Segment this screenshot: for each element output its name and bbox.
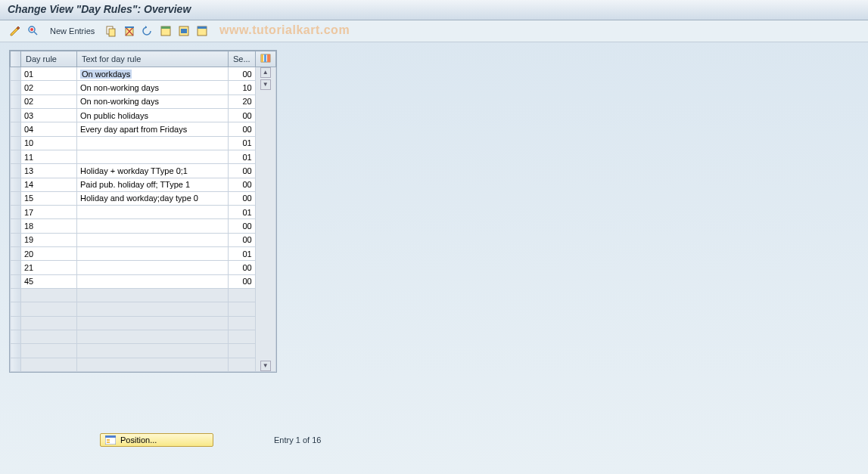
cell-text[interactable] [77, 247, 229, 261]
row-selector[interactable] [11, 136, 21, 150]
row-selector[interactable] [11, 122, 21, 136]
cell-seq[interactable]: 10 [229, 81, 256, 94]
row-selector[interactable] [11, 67, 21, 81]
cell-seq[interactable]: 00 [229, 233, 256, 246]
cell-dayrule[interactable]: 02 [21, 94, 77, 108]
cell-seq[interactable]: 00 [229, 274, 256, 288]
cell-text[interactable] [77, 261, 229, 274]
other-view-icon[interactable] [26, 23, 41, 39]
cell-seq[interactable]: 00 [229, 67, 256, 81]
cell-text[interactable]: On non-working days [77, 81, 229, 94]
delete-icon[interactable] [122, 23, 137, 39]
cell-empty [21, 316, 77, 330]
copy-icon[interactable] [104, 23, 119, 39]
cell-dayrule[interactable]: 20 [21, 247, 77, 261]
table-row: 2100 [11, 261, 276, 274]
row-selector[interactable] [11, 289, 21, 302]
scroll-up-icon[interactable]: ▲ [260, 67, 271, 78]
cell-seq[interactable]: 00 [229, 122, 256, 136]
row-selector[interactable] [11, 178, 21, 191]
row-selector[interactable] [11, 302, 21, 316]
row-selector[interactable] [11, 274, 21, 288]
row-selector[interactable] [11, 81, 21, 94]
cell-seq[interactable]: 01 [229, 247, 256, 261]
cell-dayrule[interactable]: 15 [21, 191, 77, 205]
cell-text[interactable] [77, 274, 229, 288]
cell-dayrule[interactable]: 14 [21, 178, 77, 191]
toolbar: New Entries www.tutorialkart.com [0, 20, 868, 42]
cell-seq[interactable]: 20 [229, 94, 256, 108]
row-selector[interactable] [11, 330, 21, 343]
select-all-icon[interactable] [158, 23, 173, 39]
cell-dayrule[interactable]: 10 [21, 136, 77, 150]
row-selector[interactable] [11, 247, 21, 261]
position-button[interactable]: Position... [100, 433, 213, 447]
cell-seq[interactable]: 01 [229, 150, 256, 163]
row-selector[interactable] [11, 191, 21, 205]
row-selector[interactable] [11, 344, 21, 358]
content-area: Day rule Text for day rule Se... 01On wo… [0, 42, 868, 382]
table-config-icon[interactable] [255, 51, 275, 67]
row-selector[interactable] [11, 206, 21, 219]
cell-text[interactable]: On non-working days [77, 94, 229, 108]
cell-seq[interactable]: 00 [229, 219, 256, 233]
cell-text[interactable]: Holiday + workday TType 0;1 [77, 164, 229, 178]
cell-text[interactable]: On workdays [77, 67, 229, 81]
row-selector[interactable] [11, 150, 21, 163]
row-selector[interactable] [11, 219, 21, 233]
cell-seq[interactable]: 01 [229, 136, 256, 150]
row-selector[interactable] [11, 358, 21, 371]
cell-dayrule[interactable]: 04 [21, 122, 77, 136]
cell-text[interactable] [77, 150, 229, 163]
scroll-down-bottom-icon[interactable]: ▼ [260, 361, 271, 371]
cell-empty [77, 316, 229, 330]
select-block-icon[interactable] [176, 23, 191, 39]
scroll-down-icon[interactable]: ▼ [260, 79, 271, 90]
cell-dayrule[interactable]: 21 [21, 261, 77, 274]
cell-text[interactable] [77, 206, 229, 219]
cell-dayrule[interactable]: 18 [21, 219, 77, 233]
cell-text[interactable]: Paid pub. holiday off; TType 1 [77, 178, 229, 191]
row-selector[interactable] [11, 164, 21, 178]
cell-seq[interactable]: 00 [229, 191, 256, 205]
toggle-change-icon[interactable] [8, 23, 23, 39]
col-header-dayrule[interactable]: Day rule [21, 51, 77, 67]
undo-icon[interactable] [140, 23, 155, 39]
cell-dayrule[interactable]: 03 [21, 108, 77, 122]
cell-empty [229, 330, 256, 343]
cell-dayrule[interactable]: 01 [21, 67, 77, 81]
cell-text[interactable]: On public holidays [77, 108, 229, 122]
entry-counter: Entry 1 of 16 [274, 435, 321, 445]
row-selector[interactable] [11, 316, 21, 330]
cell-seq[interactable]: 00 [229, 178, 256, 191]
cell-dayrule[interactable]: 11 [21, 150, 77, 163]
cell-dayrule[interactable]: 13 [21, 164, 77, 178]
cell-dayrule[interactable]: 02 [21, 81, 77, 94]
row-selector[interactable] [11, 261, 21, 274]
vertical-scrollbar[interactable]: ▲▼▼ [255, 67, 275, 372]
cell-text[interactable] [77, 219, 229, 233]
cell-dayrule[interactable]: 17 [21, 206, 77, 219]
page-title: Change View "Day Rules": Overview [0, 0, 868, 20]
deselect-all-icon[interactable] [194, 23, 210, 39]
cell-text[interactable]: Holiday and workday;day type 0 [77, 191, 229, 205]
row-selector[interactable] [11, 94, 21, 108]
table-row: 4500 [11, 274, 276, 288]
cell-dayrule[interactable]: 45 [21, 274, 77, 288]
col-header-text[interactable]: Text for day rule [77, 51, 229, 67]
cell-seq[interactable]: 01 [229, 206, 256, 219]
row-selector[interactable] [11, 108, 21, 122]
cell-text[interactable] [77, 233, 229, 246]
cell-empty [21, 302, 77, 316]
new-entries-button[interactable]: New Entries [44, 25, 101, 37]
table-row: 14Paid pub. holiday off; TType 100 [11, 178, 276, 191]
cell-text[interactable] [77, 136, 229, 150]
cell-seq[interactable]: 00 [229, 261, 256, 274]
select-all-rows[interactable] [11, 51, 21, 67]
col-header-seq[interactable]: Se... [229, 51, 256, 67]
cell-dayrule[interactable]: 19 [21, 233, 77, 246]
cell-seq[interactable]: 00 [229, 164, 256, 178]
cell-seq[interactable]: 00 [229, 108, 256, 122]
cell-text[interactable]: Every day apart from Fridays [77, 122, 229, 136]
row-selector[interactable] [11, 233, 21, 246]
